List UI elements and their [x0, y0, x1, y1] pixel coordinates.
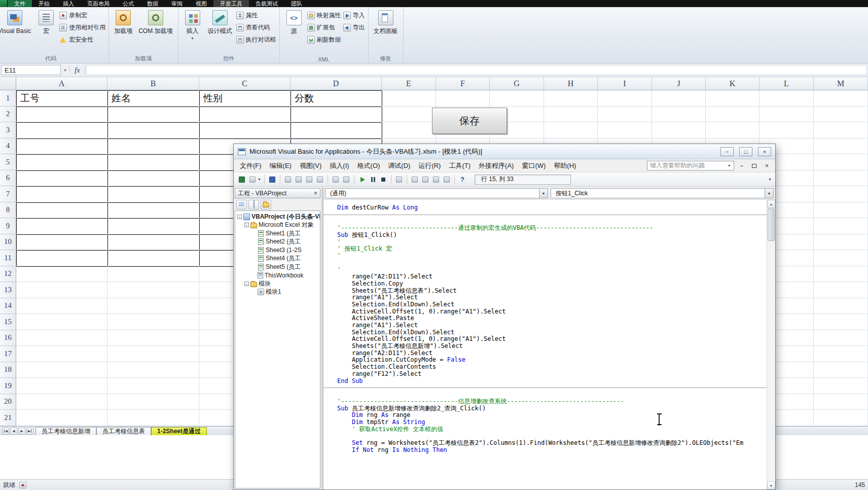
cell-A6[interactable] — [17, 171, 108, 187]
collapse-icon[interactable]: - — [244, 223, 249, 227]
cell-B5[interactable] — [108, 155, 200, 171]
column-header-F[interactable]: F — [436, 77, 490, 90]
ribbon-tab-formulas[interactable]: 公式 — [116, 0, 140, 7]
scroll-up-icon[interactable]: ▲ — [767, 200, 775, 208]
project-tree-sheet4[interactable]: Sheet4 (员工 — [236, 255, 320, 263]
column-header-C[interactable]: C — [199, 77, 291, 90]
ribbon-tab-load-test[interactable]: 负载测试 — [249, 0, 284, 7]
mdi-restore-icon[interactable] — [749, 161, 760, 170]
row-header-12[interactable]: 12 — [0, 266, 16, 283]
design-mode-icon[interactable] — [394, 175, 404, 184]
project-tree-thisworkbook[interactable]: ThisWorkbook — [236, 271, 320, 280]
dropdown-caret-icon[interactable]: ▼ — [258, 178, 261, 181]
previous-sheet-icon[interactable]: ◀ — [10, 428, 17, 435]
chevron-down-icon[interactable]: ▼ — [539, 189, 548, 198]
project-explorer-titlebar[interactable]: 工程 - VBAProject × — [235, 188, 320, 198]
sheet-tab-sheet-note[interactable]: 1-2Sheet是通过 — [151, 427, 207, 435]
row-header-8[interactable]: 8 — [0, 202, 16, 219]
column-header-M[interactable]: M — [814, 77, 868, 90]
cell-B2[interactable] — [108, 107, 200, 123]
cell-B8[interactable] — [108, 203, 200, 219]
project-tree-module1[interactable]: 模块1 — [236, 288, 320, 297]
ribbon-tab-team[interactable]: 团队 — [284, 0, 309, 7]
run-dialog-button[interactable]: 执行对话框 — [236, 36, 276, 44]
column-header-L[interactable]: L — [760, 77, 814, 90]
collapse-icon[interactable]: - — [237, 215, 242, 219]
cell-A2[interactable] — [17, 107, 108, 123]
project-tree-sheet1[interactable]: Sheet1 (员工 — [236, 229, 320, 238]
vba-menu-view[interactable]: 视图(V) — [296, 160, 326, 172]
insert-controls-button[interactable]: 插入▼ — [182, 8, 204, 40]
insert-userform-icon[interactable] — [248, 175, 257, 184]
select-all-corner[interactable] — [0, 77, 16, 90]
row-header-10[interactable]: 10 — [0, 234, 16, 251]
row-header-7[interactable]: 7 — [0, 186, 16, 202]
macros-button[interactable]: 宏 — [35, 8, 57, 34]
row-header-17[interactable]: 17 — [0, 346, 16, 362]
cell-A1[interactable]: 工号 — [17, 91, 108, 107]
redo-icon[interactable] — [342, 175, 351, 184]
control-properties-button[interactable]: 属性 — [236, 11, 276, 20]
sheet-tab-employee-table[interactable]: 员工考核信息表 — [96, 427, 151, 435]
cell-A4[interactable] — [17, 139, 108, 155]
cell-C3[interactable] — [200, 123, 291, 139]
row-header-13[interactable]: 13 — [0, 282, 16, 298]
project-tree-sheet5[interactable]: Sheet5 (员工 — [236, 263, 320, 271]
visual-basic-button[interactable]: Visual Basic — [0, 8, 33, 34]
project-tree-excel-objects[interactable]: -Microsoft Excel 对象 — [236, 221, 320, 230]
row-header-5[interactable]: 5 — [0, 154, 16, 170]
first-sheet-icon[interactable]: ◀ — [2, 428, 9, 435]
vba-menu-add-ins[interactable]: 外接程序(A) — [475, 160, 518, 172]
ribbon-tab-review[interactable]: 审阅 — [165, 0, 189, 7]
last-sheet-icon[interactable]: ▶ — [26, 428, 33, 435]
scroll-down-icon[interactable]: ▼ — [767, 481, 775, 489]
toolbox-icon[interactable] — [442, 175, 451, 184]
sheet-tab-employee-new[interactable]: 员工考核信息新增 — [35, 427, 96, 435]
row-header-4[interactable]: 4 — [0, 138, 16, 155]
record-macro-status-icon[interactable] — [19, 482, 26, 488]
cell-A9[interactable] — [17, 219, 108, 235]
maximize-button[interactable]: □ — [739, 147, 752, 156]
import-button[interactable]: 导入 — [343, 11, 365, 20]
help-dropdown-icon[interactable]: ▼ — [728, 164, 731, 167]
ribbon-tab-file[interactable]: 文件 — [8, 0, 32, 7]
cell-B9[interactable] — [108, 219, 200, 235]
document-panel-button[interactable]: 文档面板 — [372, 8, 400, 34]
vba-menu-insert[interactable]: 插入(I) — [326, 160, 353, 172]
close-button[interactable]: × — [758, 147, 771, 156]
vba-menu-help[interactable]: 帮助(H) — [550, 160, 580, 172]
com-add-ins-button[interactable]: COM 加载项 — [136, 8, 174, 34]
vba-menu-tools[interactable]: 工具(T) — [445, 160, 475, 172]
column-header-D[interactable]: D — [291, 77, 382, 90]
ribbon-tab-insert[interactable]: 插入 — [56, 0, 81, 7]
cell-C1[interactable]: 性别 — [200, 91, 291, 107]
ribbon-tab-home[interactable]: 开始 — [32, 0, 56, 7]
view-code-button[interactable]: 查看代码 — [236, 23, 276, 32]
cell-B3[interactable] — [108, 123, 200, 139]
project-explorer-icon[interactable] — [410, 175, 419, 184]
mdi-minimize-icon[interactable]: − — [736, 161, 747, 170]
row-header-11[interactable]: 11 — [0, 250, 16, 266]
row-header-9[interactable]: 9 — [0, 218, 16, 234]
vba-menu-format[interactable]: 格式(O) — [353, 160, 384, 172]
column-header-K[interactable]: K — [706, 77, 760, 90]
reset-icon[interactable] — [379, 175, 388, 184]
ribbon-tab-data[interactable]: 数据 — [140, 0, 165, 7]
row-header-21[interactable]: 21 — [0, 410, 16, 426]
ribbon-tab-view[interactable]: 视图 — [189, 0, 213, 7]
cell-D1[interactable]: 分数 — [291, 91, 382, 107]
cell-A3[interactable] — [17, 123, 108, 139]
cell-B10[interactable] — [108, 235, 200, 251]
object-browser-icon[interactable] — [431, 175, 441, 184]
xml-source-button[interactable]: 源 — [283, 8, 305, 34]
column-header-J[interactable]: J — [652, 77, 706, 90]
cell-A8[interactable] — [17, 203, 108, 219]
row-header-14[interactable]: 14 — [0, 298, 16, 314]
vba-menu-window[interactable]: 窗口(W) — [518, 160, 550, 172]
cell-D2[interactable] — [291, 107, 382, 123]
project-tree-vbaproject[interactable]: -VBAProject (今日头条-VBA练习.xlsm) — [236, 213, 320, 221]
name-box[interactable]: E11 — [1, 65, 61, 75]
column-header-G[interactable]: G — [490, 77, 544, 90]
row-header-19[interactable]: 19 — [0, 378, 16, 394]
help-icon[interactable] — [458, 175, 467, 184]
